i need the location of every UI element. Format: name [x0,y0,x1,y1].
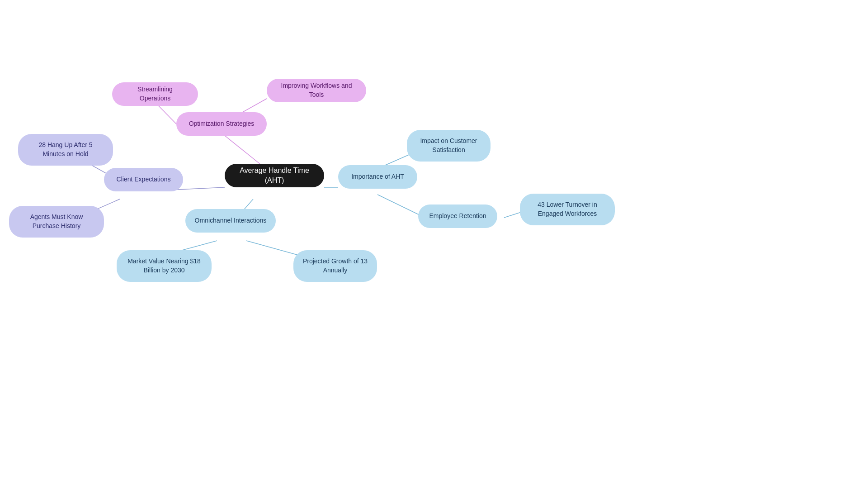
omnichannel-node: Omnichannel Interactions [185,209,276,233]
employee-retention-node: Employee Retention [418,205,497,228]
client-expectations-node: Client Expectations [104,168,183,191]
improving-workflows-node: Improving Workflows and Tools [267,79,366,102]
svg-line-8 [246,241,300,256]
projected-growth-node: Projected Growth of 13 Annually [293,250,377,282]
importance-aht-node: Importance of AHT [338,165,417,189]
customer-satisfaction-node: Impact on Customer Satisfaction [407,130,491,162]
streamlining-operations-node: Streamlining Operations [112,82,198,106]
market-value-node: Market Value Nearing $18 Billion by 2030 [117,250,212,282]
center-node: Average Handle Time (AHT) [225,164,324,187]
lower-turnover-node: 43 Lower Turnover in Engaged Workforces [520,194,615,225]
hang-up-node: 28 Hang Up After 5 Minutes on Hold [18,134,113,166]
purchase-history-node: Agents Must Know Purchase History [9,206,104,238]
svg-line-11 [377,195,425,218]
optimization-strategies-node: Optimization Strategies [176,112,267,136]
